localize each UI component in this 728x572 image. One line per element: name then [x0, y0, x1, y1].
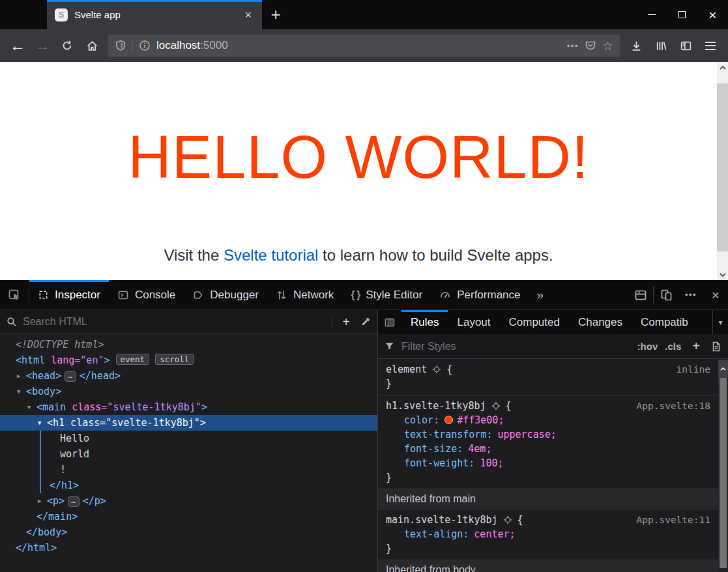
twisty-expanded-icon[interactable]: ▼ [17, 384, 26, 399]
devtools-tab-console[interactable]: Console [109, 280, 184, 309]
rule-source-link[interactable]: App.svelte:18 [637, 399, 711, 413]
downloads-button[interactable] [624, 34, 648, 57]
tree-text-node[interactable]: world [0, 446, 377, 462]
new-tab-button[interactable]: + [262, 0, 289, 29]
browser-tab[interactable]: S Svelte app × [47, 0, 262, 29]
bookmark-star-icon[interactable]: ☆ [602, 38, 613, 53]
maximize-button[interactable] [667, 0, 697, 29]
devtools-tab-debugger[interactable]: Debugger [184, 280, 267, 309]
pocket-icon[interactable] [585, 40, 596, 51]
css-declaration[interactable]: font-weight:100; [386, 456, 710, 470]
rule-selector[interactable]: main.svelte-1tky8bj [386, 513, 498, 527]
devtools-tab-performance[interactable]: Performance [431, 280, 529, 309]
site-info-icon[interactable] [139, 40, 151, 51]
tab-layout[interactable]: Layout [448, 310, 499, 334]
tab-compatibility[interactable]: Compatib [632, 310, 697, 334]
devtools-meatball-menu[interactable]: ••• [678, 280, 703, 309]
sidebar-toggle-button[interactable] [673, 34, 698, 57]
devtools-tab-style-editor[interactable]: { } Style Editor [342, 280, 431, 309]
eyedropper-icon[interactable] [360, 317, 371, 328]
tree-node-h1-selected[interactable]: ▼<h1 class="svelte-1tky8bj"> [0, 415, 377, 431]
filter-styles-input[interactable]: Filter Styles [401, 341, 630, 352]
search-html-bar[interactable]: Search HTML + [0, 310, 377, 334]
devtools-tab-inspector[interactable]: Inspector [29, 280, 109, 309]
url-text[interactable]: localhost:5000 [156, 39, 228, 52]
rules-scrollbar[interactable] [718, 360, 728, 572]
twisty-collapsed-icon[interactable]: ▶ [38, 493, 47, 509]
url-bar[interactable]: localhost:5000 ••• ☆ [108, 35, 620, 57]
rule-element[interactable]: element { inline } [378, 359, 718, 395]
tree-text-node[interactable]: Hello [0, 431, 377, 446]
twisty-expanded-icon[interactable]: ▼ [27, 399, 36, 415]
page-scrollbar[interactable] [717, 62, 728, 280]
tab-changes[interactable]: Changes [569, 310, 632, 334]
rule-selector[interactable]: h1.svelte-1tky8bj [386, 399, 486, 413]
search-input[interactable]: Search HTML [23, 316, 326, 328]
reload-button[interactable] [55, 34, 80, 57]
tab-close-icon[interactable]: × [242, 8, 254, 22]
tracking-shield-icon[interactable] [115, 40, 126, 51]
more-tabs-button[interactable]: » [529, 280, 552, 309]
inline-ellipsis-button[interactable]: … [65, 371, 76, 382]
split-console-button[interactable] [628, 280, 653, 309]
print-simulation-icon[interactable] [711, 341, 721, 352]
scroll-up-icon[interactable] [717, 62, 728, 73]
css-declaration[interactable]: color:#ff3e00; [386, 413, 710, 427]
collapse-sidebar-button[interactable] [378, 310, 401, 334]
close-devtools-button[interactable]: × [703, 280, 728, 309]
highlight-target-icon[interactable] [432, 365, 441, 374]
twisty-collapsed-icon[interactable]: ▶ [17, 368, 26, 384]
devtools-tab-network[interactable]: Network [267, 280, 342, 309]
tree-node-head[interactable]: ▶<head>…</head> [0, 368, 377, 384]
menu-button[interactable] [698, 34, 723, 57]
rules-scroll-up-icon[interactable] [718, 360, 728, 378]
scroll-badge[interactable]: scroll [155, 354, 194, 365]
tree-node-p[interactable]: ▶<p>…</p> [0, 493, 377, 509]
tree-close-h1[interactable]: </h1> [0, 478, 377, 493]
tree-close-main[interactable]: </main> [0, 509, 377, 524]
home-button[interactable] [80, 34, 104, 57]
responsive-design-button[interactable] [654, 280, 678, 309]
css-declaration[interactable]: text-align:center; [386, 527, 710, 541]
highlight-target-icon[interactable] [503, 515, 512, 524]
css-declaration[interactable]: text-transform:uppercase; [386, 427, 710, 442]
tree-node-body[interactable]: ▼<body> [0, 384, 377, 399]
twisty-expanded-icon[interactable]: ▼ [38, 415, 47, 431]
element-picker-button[interactable] [0, 280, 29, 309]
scroll-down-icon[interactable] [717, 269, 728, 280]
minimize-button[interactable] [636, 0, 667, 29]
page-scrollbar-thumb[interactable] [717, 83, 728, 251]
tree-node-doctype[interactable]: <!DOCTYPE html> [0, 337, 377, 352]
highlight-target-icon[interactable] [491, 401, 501, 410]
color-swatch[interactable] [444, 416, 453, 424]
add-rule-button[interactable]: + [688, 339, 704, 354]
tree-close-body[interactable]: </body> [0, 524, 377, 540]
rule-selector[interactable]: element [386, 362, 427, 377]
filter-styles-bar[interactable]: Filter Styles :hov .cls + [378, 334, 728, 359]
tab-rules[interactable]: Rules [401, 310, 448, 334]
library-button[interactable] [648, 34, 673, 57]
add-node-button[interactable]: + [338, 315, 354, 330]
back-button[interactable]: ← [5, 34, 30, 57]
page-actions-button[interactable]: ••• [567, 41, 579, 51]
tree-node-main[interactable]: ▼<main class="svelte-1tky8bj"> [0, 399, 377, 415]
css-declaration[interactable]: font-size:4em; [386, 442, 710, 456]
close-window-button[interactable]: × [697, 0, 728, 29]
tab-computed[interactable]: Computed [500, 310, 569, 334]
rules-scrollbar-thumb[interactable] [720, 378, 727, 568]
tree-node-html[interactable]: <html lang="en">eventscroll [0, 352, 377, 368]
event-badge[interactable]: event [116, 354, 150, 365]
tree-close-html[interactable]: </html> [0, 540, 377, 556]
rule-main[interactable]: main.svelte-1tky8bj { App.svelte:11 text… [378, 509, 718, 560]
tree-text-node[interactable]: ! [0, 462, 377, 478]
sidebar-tabs-dropdown[interactable]: ▾ [712, 310, 728, 334]
rule-h1[interactable]: h1.svelte-1tky8bj { App.svelte:18 color:… [378, 395, 718, 489]
svelte-tutorial-link[interactable]: Svelte tutorial [224, 246, 318, 264]
toggle-classes-button[interactable]: .cls [665, 341, 681, 352]
rule-source-inline[interactable]: inline [677, 362, 710, 377]
inherited-from-body-header: Inherited from body [378, 560, 718, 572]
rule-source-link[interactable]: App.svelte:11 [637, 513, 711, 527]
toggle-hover-button[interactable]: :hov [637, 341, 658, 352]
inline-ellipsis-button[interactable]: … [68, 496, 80, 507]
forward-button[interactable]: → [30, 34, 55, 57]
